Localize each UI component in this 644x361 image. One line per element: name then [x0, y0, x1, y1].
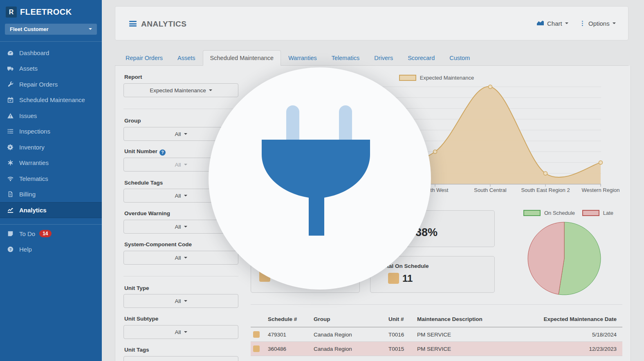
todo-count-badge: 14 — [39, 230, 51, 237]
tab-repair-orders[interactable]: Repair Orders — [118, 50, 170, 66]
question-circle-icon[interactable]: ? — [159, 149, 166, 156]
table-row[interactable]: 479301 Canada Region T0016 PM SERVICE 5/… — [251, 327, 622, 342]
maintenance-table: Schedule # Group Unit # Maintenance Desc… — [251, 312, 622, 356]
row-status-cell — [251, 342, 265, 356]
caret-down-icon — [184, 164, 187, 165]
unit-tags-select[interactable] — [123, 356, 238, 361]
caret-down-icon — [184, 133, 187, 135]
description-cell: PM SERVICE — [415, 327, 509, 342]
table-row[interactable]: 360486 Canada Region T0015 PM SERVICE 12… — [251, 342, 622, 356]
tab-assets[interactable]: Assets — [170, 50, 203, 66]
sidebar-divider — [0, 224, 102, 225]
sidebar: R FLEETROCK Fleet Customer Dashboard Ass… — [0, 0, 102, 361]
filter-label-unit-subtype: Unit Subtype — [124, 316, 158, 322]
document-icon — [7, 191, 14, 197]
legend-swatch-icon — [523, 210, 541, 216]
page-header: ANALYTICS Chart ⋮ Options — [115, 6, 628, 40]
pie-chart-legend: On Schedule Late — [507, 210, 630, 216]
caret-down-icon — [184, 300, 187, 302]
table-header-row: Schedule # Group Unit # Maintenance Desc… — [251, 312, 622, 327]
tab-telematics[interactable]: Telematics — [324, 50, 367, 66]
schedule-cell: 479301 — [265, 327, 311, 342]
sidebar-item-inspections[interactable]: Inspections — [0, 124, 102, 140]
table-header[interactable]: Unit # — [386, 312, 415, 327]
tab-warranties[interactable]: Warranties — [281, 50, 324, 66]
table-header[interactable]: Schedule # — [265, 312, 311, 327]
tab-scorecard[interactable]: Scorecard — [400, 50, 442, 66]
sidebar-item-analytics[interactable]: Analytics — [0, 202, 102, 218]
gears-icon — [7, 144, 14, 150]
caret-down-icon — [89, 28, 92, 30]
brand-logo-icon: R — [6, 7, 17, 18]
unit-number-select-value: All — [175, 162, 181, 168]
plug-icon — [209, 67, 431, 290]
caret-down-icon — [184, 257, 187, 258]
sidebar-item-label: Scheduled Maintenance — [19, 96, 85, 103]
options-dropdown-button[interactable]: ⋮ Options — [579, 20, 616, 27]
group-cell: Canada Region — [311, 327, 386, 342]
chart-dropdown-button[interactable]: Chart — [536, 20, 568, 27]
tab-drivers[interactable]: Drivers — [367, 50, 400, 66]
chart-line-icon — [7, 207, 14, 213]
svg-text:South Central: South Central — [474, 187, 507, 193]
sidebar-item-label: Telematics — [19, 175, 48, 182]
sidebar-item-issues[interactable]: Issues — [0, 108, 102, 124]
sidebar-item-label: Dashboard — [19, 49, 49, 56]
table-header[interactable]: Group — [311, 312, 386, 327]
sidebar-item-label: Inventory — [19, 144, 45, 151]
filter-label-unit-tags: Unit Tags — [124, 347, 149, 353]
sidebar-item-label: Analytics — [19, 207, 47, 214]
sidebar-item-label: Billing — [19, 191, 36, 198]
caret-down-icon — [613, 22, 616, 24]
filter-label-unit-type: Unit Type — [124, 285, 149, 291]
unit-type-select-value: All — [175, 298, 181, 304]
sidebar-item-label: To Do — [19, 230, 35, 237]
unit-subtype-select-value: All — [175, 329, 181, 335]
date-cell: 5/18/2024 — [509, 327, 622, 342]
legend-swatch-icon — [582, 210, 599, 216]
sidebar-item-telematics[interactable]: Telematics — [0, 171, 102, 187]
sidebar-item-todo[interactable]: To Do 14 — [0, 226, 102, 242]
sidebar-item-warranties[interactable]: Warranties — [0, 155, 102, 171]
sidebar-item-assets[interactable]: Assets — [0, 61, 102, 77]
filter-label-unit-number: Unit Number? — [124, 148, 166, 156]
table-header[interactable]: Maintenance Description — [415, 312, 509, 327]
analytics-tabbar: Repair Orders Assets Scheduled Maintenan… — [115, 50, 628, 66]
note-icon — [7, 231, 14, 237]
tab-custom[interactable]: Custom — [442, 50, 477, 66]
overdue-warning-select-value: All — [175, 224, 181, 230]
list-icon — [7, 128, 14, 134]
sidebar-item-help[interactable]: ? Help — [0, 242, 102, 258]
caret-down-icon — [184, 195, 187, 196]
sidebar-item-billing[interactable]: Billing — [0, 187, 102, 203]
table-header-icon-col — [251, 312, 265, 327]
table-header[interactable]: Expected Maintenance Date — [509, 312, 622, 327]
question-circle-icon: ? — [7, 246, 14, 252]
tab-scheduled-maintenance[interactable]: Scheduled Maintenance — [203, 50, 281, 66]
group-select-value: All — [175, 131, 181, 137]
hamburger-icon[interactable] — [129, 21, 137, 27]
wrench-icon — [7, 81, 14, 87]
sidebar-item-scheduled-maintenance[interactable]: Scheduled Maintenance — [0, 92, 102, 108]
app-root: R FLEETROCK Fleet Customer Dashboard Ass… — [0, 0, 644, 361]
sidebar-item-label: Warranties — [19, 159, 49, 166]
sidebar-item-repair-orders[interactable]: Repair Orders — [0, 76, 102, 92]
sidebar-item-inventory[interactable]: Inventory — [0, 139, 102, 155]
warning-icon — [7, 113, 14, 119]
date-cell: 12/23/2023 — [509, 342, 622, 356]
unit-subtype-select[interactable]: All — [123, 325, 238, 339]
group-cell: Canada Region — [311, 342, 386, 356]
filter-label-report: Report — [124, 74, 142, 80]
seal-icon — [7, 160, 14, 166]
sidebar-item-dashboard[interactable]: Dashboard — [0, 45, 102, 61]
customer-dropdown[interactable]: Fleet Customer — [5, 24, 97, 35]
svg-text:?: ? — [9, 247, 12, 252]
caret-down-icon — [184, 331, 187, 333]
filter-label-system-component-code: System-Component Code — [124, 241, 192, 247]
ellipsis-icon: ⋮ — [579, 20, 586, 27]
filter-label-schedule-tags: Schedule Tags — [124, 180, 163, 186]
sidebar-item-label: Inspections — [19, 128, 50, 135]
legend-label: On Schedule — [544, 210, 575, 216]
sidebar-item-label: Help — [19, 246, 32, 253]
unit-type-select[interactable]: All — [123, 294, 238, 308]
